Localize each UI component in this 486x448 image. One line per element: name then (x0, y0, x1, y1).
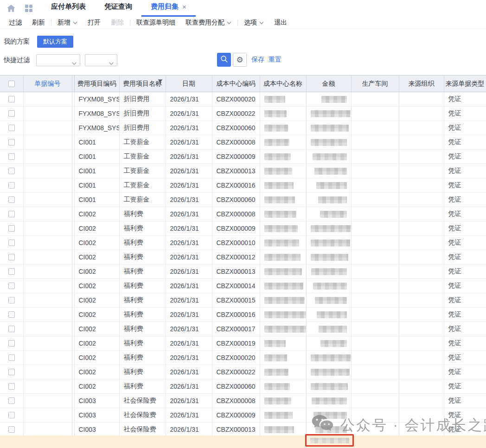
row-checkbox[interactable] (8, 326, 15, 332)
row-checkbox[interactable] (8, 340, 15, 347)
table-row[interactable]: FYXM08_SYS折旧费用2026/1/31CBZX000020凭证 (0, 92, 486, 107)
home-icon[interactable] (6, 3, 17, 14)
save-link[interactable]: 保存 (251, 56, 264, 64)
row-select-cell[interactable] (0, 365, 23, 379)
row-select-cell[interactable] (0, 279, 23, 293)
table-row[interactable]: CI002福利费2026/1/31CBZX000010凭证 (0, 236, 486, 250)
row-select-cell[interactable] (0, 308, 23, 322)
row-select-cell[interactable] (0, 322, 23, 336)
toolbar-item-0[interactable]: 过滤 (4, 19, 27, 27)
row-select-cell[interactable] (0, 351, 23, 365)
column-header-2[interactable]: 费用项目名称 (119, 76, 166, 92)
filter-funnel-icon[interactable] (158, 78, 163, 85)
tab-2[interactable]: 费用归集× (141, 2, 196, 17)
table-row[interactable]: CI001工资薪金2026/1/31CBZX000008凭证 (0, 135, 486, 150)
toolbar-item-7[interactable]: 选项 (239, 19, 269, 27)
table-row[interactable]: CI001工资薪金2026/1/31CBZX000009凭证 (0, 150, 486, 164)
table-row[interactable]: CI002福利费2026/1/31CBZX000012凭证 (0, 250, 486, 265)
row-select-cell[interactable] (0, 207, 23, 221)
row-checkbox[interactable] (8, 354, 15, 361)
column-header-1[interactable]: 费用项目编码 (74, 76, 119, 92)
row-select-cell[interactable] (0, 121, 23, 135)
table-row[interactable]: CI003社会保险费2026/1/31CBZX000013凭证 (0, 423, 486, 437)
table-row[interactable]: CI002福利费2026/1/31CBZX000060凭证 (0, 379, 486, 394)
column-header-3[interactable]: 日期 (166, 76, 212, 92)
filter-settings-button[interactable]: ⚙ (233, 53, 247, 67)
table-row[interactable]: CI002福利费2026/1/31CBZX000015凭证 (0, 293, 486, 308)
row-checkbox[interactable] (8, 211, 15, 217)
row-checkbox[interactable] (8, 311, 15, 318)
row-checkbox[interactable] (8, 96, 15, 102)
select-all-header[interactable] (0, 76, 23, 92)
row-checkbox[interactable] (8, 369, 15, 375)
row-select-cell[interactable] (0, 135, 23, 150)
column-header-9[interactable]: 来源单据类型 (444, 76, 486, 92)
row-select-cell[interactable] (0, 150, 23, 164)
table-row[interactable]: FYXM08_SYS折旧费用2026/1/31CBZX000060凭证 (0, 121, 486, 135)
toolbar-item-1[interactable]: 刷新 (27, 19, 50, 27)
row-checkbox[interactable] (8, 283, 15, 289)
row-checkbox[interactable] (8, 254, 15, 260)
table-row[interactable]: CI002福利费2026/1/31CBZX000019凭证 (0, 336, 486, 351)
row-select-cell[interactable] (0, 293, 23, 308)
column-header-4[interactable]: 成本中心编码 (212, 76, 260, 92)
row-checkbox[interactable] (8, 153, 15, 160)
table-row[interactable]: CI003社会保险费2026/1/31CBZX000008凭证 (0, 394, 486, 408)
row-select-cell[interactable] (0, 250, 23, 265)
row-checkbox[interactable] (8, 110, 15, 117)
row-checkbox[interactable] (8, 196, 15, 203)
row-select-cell[interactable] (0, 236, 23, 250)
column-header-7[interactable]: 生产车间 (351, 76, 399, 92)
table-row[interactable]: FYXM08_SYS折旧费用2026/1/31CBZX000022凭证 (0, 107, 486, 121)
table-row[interactable]: CI002福利费2026/1/31CBZX000008凭证 (0, 207, 486, 221)
row-select-cell[interactable] (0, 221, 23, 236)
quick-filter-select-1[interactable] (36, 54, 80, 66)
row-select-cell[interactable] (0, 193, 23, 207)
toolbar-item-8[interactable]: 退出 (269, 19, 292, 27)
table-row[interactable]: CI002福利费2026/1/31CBZX000016凭证 (0, 308, 486, 322)
row-select-cell[interactable] (0, 107, 23, 121)
row-checkbox[interactable] (8, 125, 15, 131)
row-checkbox[interactable] (8, 426, 15, 433)
select-all-checkbox[interactable] (8, 81, 15, 87)
row-select-cell[interactable] (0, 408, 23, 423)
row-checkbox[interactable] (8, 297, 15, 303)
table-row[interactable]: CI002福利费2026/1/31CBZX000013凭证 (0, 265, 486, 279)
row-checkbox[interactable] (8, 268, 15, 275)
row-select-cell[interactable] (0, 336, 23, 351)
row-checkbox[interactable] (8, 168, 15, 174)
table-row[interactable]: CI002福利费2026/1/31CBZX000009凭证 (0, 221, 486, 236)
row-checkbox[interactable] (8, 383, 15, 390)
row-checkbox[interactable] (8, 240, 15, 246)
table-row[interactable]: CI002福利费2026/1/31CBZX000014凭证 (0, 279, 486, 293)
toolbar-item-6[interactable]: 联查费用分配 (180, 19, 237, 27)
table-row[interactable]: CI002福利费2026/1/31CBZX000020凭证 (0, 351, 486, 365)
row-select-cell[interactable] (0, 394, 23, 408)
tab-1[interactable]: 凭证查询 (95, 2, 141, 17)
row-select-cell[interactable] (0, 423, 23, 437)
column-header-0[interactable]: 单据编号 (23, 76, 72, 92)
table-row[interactable]: CI003社会保险费2026/1/31CBZX000009凭证 (0, 408, 486, 423)
row-select-cell[interactable] (0, 178, 23, 193)
table-row[interactable]: CI002福利费2026/1/31CBZX000017凭证 (0, 322, 486, 336)
default-scheme-button[interactable]: 默认方案 (37, 36, 73, 48)
toolbar-item-3[interactable]: 打开 (83, 19, 106, 27)
row-checkbox[interactable] (8, 182, 15, 189)
column-header-6[interactable]: 金额 (306, 76, 351, 92)
table-row[interactable]: CI002福利费2026/1/31CBZX000022凭证 (0, 365, 486, 379)
row-checkbox[interactable] (8, 139, 15, 145)
search-button[interactable] (217, 53, 231, 67)
row-checkbox[interactable] (8, 412, 15, 418)
row-select-cell[interactable] (0, 164, 23, 178)
row-checkbox[interactable] (8, 225, 15, 232)
column-header-5[interactable]: 成本中心名称 (260, 76, 306, 92)
apps-grid-icon[interactable] (23, 3, 34, 14)
table-row[interactable]: CI001工资薪金2026/1/31CBZX000016凭证 (0, 178, 486, 193)
toolbar-item-2[interactable]: 新增 (52, 19, 83, 27)
row-select-cell[interactable] (0, 92, 23, 107)
row-select-cell[interactable] (0, 379, 23, 394)
close-icon[interactable]: × (182, 3, 186, 10)
quick-filter-select-2[interactable] (85, 54, 117, 66)
tab-0[interactable]: 应付单列表 (42, 2, 95, 17)
table-row[interactable]: CI001工资薪金2026/1/31CBZX000013凭证 (0, 164, 486, 178)
